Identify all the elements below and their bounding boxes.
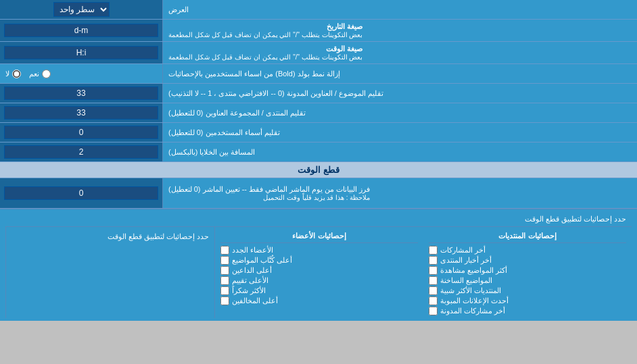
checkbox-item-shares: أخر المشاركات bbox=[429, 246, 626, 255]
column-spacing-input[interactable] bbox=[4, 145, 158, 159]
limit-label-row: حدد إحصائيات لتطبيق قطع الوقت bbox=[5, 212, 632, 227]
sort-users-input-cell bbox=[0, 123, 162, 142]
display-mode-input-cell: سطر واحد عدة أسطر bbox=[0, 0, 162, 19]
checkbox-shares[interactable] bbox=[429, 246, 438, 255]
checkbox-item-classifieds: أحدث الإعلانات المبوبة bbox=[429, 296, 626, 305]
main-container: العرض سطر واحد عدة أسطر صيغة التاريخ بعض… bbox=[0, 0, 637, 321]
sort-users-row: تقليم أسماء المستخدمين (0 للتعطيل) bbox=[0, 123, 637, 142]
checkbox-classifieds[interactable] bbox=[429, 296, 438, 305]
checkbox-item-most-thanks: الأكثر شكراً bbox=[220, 286, 418, 295]
realtime-filter-input-cell bbox=[0, 178, 162, 208]
column-spacing-row: المسافة بين الخلايا (بالبكسل) bbox=[0, 142, 637, 162]
time-format-input-cell bbox=[0, 42, 162, 63]
radio-yes[interactable] bbox=[42, 70, 51, 78]
checkbox-item-forum-news: أخر أخبار المنتدى bbox=[429, 256, 626, 265]
col-forums-header: إحصائيات المنتديات bbox=[429, 230, 626, 243]
column-spacing-label: المسافة بين الخلايا (بالبكسل) bbox=[162, 142, 637, 161]
checkbox-top-rated[interactable] bbox=[220, 276, 229, 285]
sort-forum-input[interactable] bbox=[4, 106, 158, 120]
limit-col-label: حدد إحصائيات لتطبيق قطع الوقت bbox=[11, 230, 209, 244]
realtime-filter-input[interactable] bbox=[4, 186, 158, 200]
checkbox-item-most-viewed: أكثر المواضيع مشاهدة bbox=[429, 266, 626, 275]
checkbox-item-top-rated: الأعلى تقييم bbox=[220, 276, 418, 285]
date-format-input[interactable] bbox=[4, 24, 158, 37]
bold-remove-label: إزالة نمط بولد (Bold) من اسماء المستخدمي… bbox=[162, 64, 637, 83]
checkbox-most-thanks[interactable] bbox=[220, 286, 229, 295]
sort-forum-row: تقليم المنتدى / المجموعة العناوين (0 للت… bbox=[0, 103, 637, 123]
checkbox-popular-forums[interactable] bbox=[429, 286, 438, 295]
realtime-filter-row: فرز البيانات من يوم الماشر الماضي فقط --… bbox=[0, 178, 637, 209]
sort-topics-row: تقليم الموضوع / العناوين المدونة (0 -- ا… bbox=[0, 84, 637, 103]
checkbox-most-viewed[interactable] bbox=[429, 266, 438, 275]
bold-remove-radio-cell: نعم لا bbox=[0, 64, 162, 83]
checkbox-top-inviters[interactable] bbox=[220, 266, 229, 275]
display-mode-select[interactable]: سطر واحد عدة أسطر bbox=[53, 2, 110, 17]
checkbox-item-hot-topics: المواضيع الساخنة bbox=[429, 276, 626, 285]
checkbox-item-blog-shares: أخر مشاركات المدونة bbox=[429, 307, 626, 315]
checkbox-col-members: إحصائيات الأعضاء الأعضاء الجدد أعلى كُتَ… bbox=[214, 227, 423, 318]
radio-yes-label[interactable]: نعم bbox=[29, 70, 51, 78]
sort-forum-label: تقليم المنتدى / المجموعة العناوين (0 للت… bbox=[162, 103, 637, 122]
date-format-input-cell bbox=[0, 20, 162, 41]
checkbox-item-top-violators: أعلى المخالفين bbox=[220, 296, 418, 305]
checkbox-item-new-members: الأعضاء الجدد bbox=[220, 246, 418, 255]
checkbox-new-members[interactable] bbox=[220, 246, 229, 255]
bold-remove-row: إزالة نمط بولد (Bold) من اسماء المستخدمي… bbox=[0, 64, 637, 84]
checkboxes-area: حدد إحصائيات لتطبيق قطع الوقت إحصائيات ا… bbox=[0, 209, 637, 321]
col-members-header: إحصائيات الأعضاء bbox=[220, 230, 418, 243]
sort-topics-input[interactable] bbox=[4, 86, 158, 100]
sort-users-input[interactable] bbox=[4, 126, 158, 139]
checkbox-item-top-inviters: أعلى الداعين bbox=[220, 266, 418, 275]
checkboxes-grid: إحصائيات المنتديات أخر المشاركات أخر أخب… bbox=[5, 227, 632, 318]
realtime-filter-label: فرز البيانات من يوم الماشر الماضي فقط --… bbox=[162, 178, 637, 208]
date-format-row: صيغة التاريخ بعض التكوينات يتطلب "/" الت… bbox=[0, 20, 637, 42]
date-format-label: صيغة التاريخ بعض التكوينات يتطلب "/" الت… bbox=[162, 20, 637, 41]
checkbox-hot-topics[interactable] bbox=[429, 276, 438, 285]
display-mode-label: العرض bbox=[162, 0, 637, 19]
checkbox-item-popular-forums: المنتديات الأكثر شبية bbox=[429, 286, 626, 295]
checkbox-col-forums: إحصائيات المنتديات أخر المشاركات أخر أخب… bbox=[423, 227, 632, 318]
checkbox-top-writers[interactable] bbox=[220, 256, 229, 265]
checkbox-col-limit: حدد إحصائيات لتطبيق قطع الوقت bbox=[5, 227, 214, 318]
time-format-input[interactable] bbox=[4, 46, 158, 59]
sort-forum-input-cell bbox=[0, 103, 162, 122]
radio-no[interactable] bbox=[12, 70, 21, 78]
checkbox-top-violators[interactable] bbox=[220, 296, 229, 305]
time-format-label: صيغة الوقت بعض التكوينات يتطلب "/" التي … bbox=[162, 42, 637, 63]
radio-no-label[interactable]: لا bbox=[5, 70, 21, 78]
sort-users-label: تقليم أسماء المستخدمين (0 للتعطيل) bbox=[162, 123, 637, 142]
display-mode-row: العرض سطر واحد عدة أسطر bbox=[0, 0, 637, 20]
checkbox-blog-shares[interactable] bbox=[429, 307, 438, 315]
sort-topics-label: تقليم الموضوع / العناوين المدونة (0 -- ا… bbox=[162, 84, 637, 103]
checkbox-forum-news[interactable] bbox=[429, 256, 438, 265]
sort-topics-input-cell bbox=[0, 84, 162, 103]
time-format-row: صيغة الوقت بعض التكوينات يتطلب "/" التي … bbox=[0, 42, 637, 64]
realtime-section-header: قطع الوقت bbox=[0, 162, 637, 178]
checkbox-item-top-writers: أعلى كُتَّاب المواضيع bbox=[220, 256, 418, 265]
column-spacing-input-cell bbox=[0, 142, 162, 161]
